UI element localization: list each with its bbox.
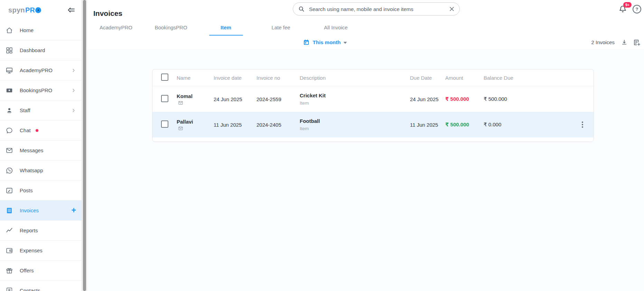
sidebar-item-label: Offers	[20, 268, 34, 273]
invoice-amount: ₹ 500.000	[445, 96, 484, 102]
sidebar-item-staff[interactable]: Staff +	[0, 100, 82, 120]
invoice-date: 11 Jun 2025	[214, 122, 256, 128]
offers-icon	[6, 267, 13, 274]
tab-late-fee[interactable]: Late fee	[253, 19, 308, 36]
page-title: Invoices	[93, 9, 122, 18]
sidebar-item-expenses[interactable]: Expenses +	[0, 240, 82, 260]
sidebar-item-label: Contacts	[20, 288, 40, 291]
column-header: Name	[177, 75, 214, 81]
envelope-icon	[178, 126, 183, 131]
sidebar-scrollbar-thumb[interactable]	[83, 0, 86, 291]
sidebar-item-offers[interactable]: Offers +	[0, 260, 82, 280]
customer-name: Komal	[177, 93, 214, 99]
tab-all-invoice[interactable]: All Invoice	[308, 19, 363, 36]
sidebar-item-label: Dashboard	[20, 47, 45, 53]
sidebar-item-label: BookingsPRO	[20, 87, 52, 93]
app-logo: spynPR	[8, 6, 41, 14]
balance-due: ₹ 500.000	[484, 96, 540, 102]
sidebar-item-posts[interactable]: Posts +	[0, 180, 82, 200]
customer-name: Pallavi	[177, 119, 214, 125]
unread-dot	[36, 129, 38, 132]
sidebar-item-home[interactable]: Home +	[0, 20, 82, 40]
sidebar-item-whatsapp[interactable]: Whatsapp +	[0, 160, 82, 180]
invoice-no: 2024-2405	[256, 122, 300, 128]
search-input[interactable]	[308, 6, 449, 12]
sidebar-item-label: Staff	[20, 107, 30, 113]
invoice-no: 2024-2559	[256, 96, 300, 102]
clear-search-icon[interactable]	[449, 6, 455, 12]
table-row[interactable]: Pallavi 11 Jun 2025 2024-2405 Football I…	[152, 112, 594, 137]
sidebar-item-chat[interactable]: Chat +	[0, 120, 82, 140]
search-bar	[293, 2, 460, 16]
tab-academypro[interactable]: AcademyPRO	[88, 19, 143, 36]
messages-icon	[6, 147, 13, 154]
balance-due: ₹ 0.000	[484, 122, 540, 128]
caret-down-icon	[343, 42, 347, 44]
download-icon[interactable]	[621, 39, 628, 46]
whatsapp-icon	[6, 167, 13, 174]
select-all-checkbox[interactable]	[161, 74, 168, 81]
logo-o-icon	[35, 7, 41, 13]
bookings-icon	[6, 87, 13, 94]
column-header: Invoice date	[214, 75, 256, 81]
tab-label: AcademyPRO	[100, 25, 132, 30]
column-header: Invoice no	[256, 75, 300, 81]
sidebar-item-label: Messages	[20, 147, 43, 153]
header-icons: 9+ ?	[618, 0, 641, 18]
sidebar-item-dashboard[interactable]: Dashboard +	[0, 40, 82, 60]
sidebar-item-label: Invoices	[20, 207, 39, 213]
dashboard-icon	[6, 47, 13, 54]
sidebar-item-label: Home	[20, 27, 34, 33]
calendar-icon	[303, 39, 310, 46]
column-header: Balance Due	[484, 75, 540, 81]
column-header: Amount	[445, 75, 484, 81]
collapse-sidebar-icon[interactable]	[67, 6, 75, 14]
tab-item[interactable]: Item	[198, 19, 253, 36]
notification-badge: 9+	[623, 2, 632, 8]
sidebar-nav: Home + Dashboard + AcademyPRO + Bookings…	[0, 20, 82, 291]
column-header: Due Date	[410, 75, 445, 81]
invoices-icon	[6, 207, 13, 214]
academy-icon	[6, 67, 13, 74]
tab-label: Late fee	[271, 25, 290, 30]
sidebar: spynPR Home + Dashboard + AcademyPRO + B…	[0, 0, 82, 291]
filter-actions: 2 Invoices	[591, 36, 641, 49]
help-icon[interactable]: ?	[633, 5, 641, 13]
main-panel: Invoices 9+ ? AcademyPROBookingsPROItemL…	[87, 0, 644, 291]
sidebar-item-label: AcademyPRO	[20, 67, 53, 73]
sidebar-item-academypro[interactable]: AcademyPRO +	[0, 60, 82, 80]
sidebar-scrollbar-track	[82, 0, 87, 291]
add-invoice-icon[interactable]	[633, 39, 641, 46]
staff-icon	[6, 107, 13, 114]
period-dropdown[interactable]: This month	[303, 36, 347, 49]
sidebar-item-reports[interactable]: Reports +	[0, 220, 82, 240]
notification-bell-icon[interactable]: 9+	[618, 4, 627, 13]
sidebar-item-messages[interactable]: Messages +	[0, 140, 82, 160]
table-body: Komal 24 Jun 2025 2024-2559 Cricket Kit …	[152, 86, 594, 137]
posts-icon	[6, 187, 13, 194]
sidebar-item-bookingspro[interactable]: BookingsPRO +	[0, 80, 82, 100]
sidebar-item-invoices[interactable]: Invoices +	[0, 200, 82, 220]
table-header-row: NameInvoice dateInvoice noDescriptionDue…	[152, 69, 594, 86]
sidebar-header: spynPR	[0, 0, 82, 20]
chevron-right-icon	[71, 88, 76, 93]
search-icon	[298, 6, 305, 12]
add-plus-icon[interactable]: +	[72, 206, 76, 214]
sidebar-item-contacts[interactable]: Contacts +	[0, 280, 82, 291]
due-date: 24 Jun 2025	[410, 96, 445, 102]
sidebar-item-label: Chat	[20, 127, 31, 133]
logo-text-pro: PR	[25, 6, 35, 14]
period-label: This month	[313, 39, 341, 45]
kebab-menu-icon[interactable]	[580, 120, 585, 129]
sidebar-item-label: Reports	[20, 227, 38, 233]
tab-label: BookingsPRO	[155, 25, 187, 30]
row-checkbox[interactable]	[161, 120, 168, 128]
row-checkbox[interactable]	[161, 95, 168, 102]
tab-bookingspro[interactable]: BookingsPRO	[143, 19, 198, 36]
table-row[interactable]: Komal 24 Jun 2025 2024-2559 Cricket Kit …	[152, 86, 594, 112]
tab-bar: AcademyPROBookingsPROItemLate feeAll Inv…	[87, 19, 644, 36]
contacts-icon	[6, 287, 13, 291]
invoices-table: NameInvoice dateInvoice noDescriptionDue…	[152, 69, 594, 142]
filter-bar: This month 2 Invoices	[87, 36, 644, 49]
column-header: Description	[300, 75, 410, 81]
